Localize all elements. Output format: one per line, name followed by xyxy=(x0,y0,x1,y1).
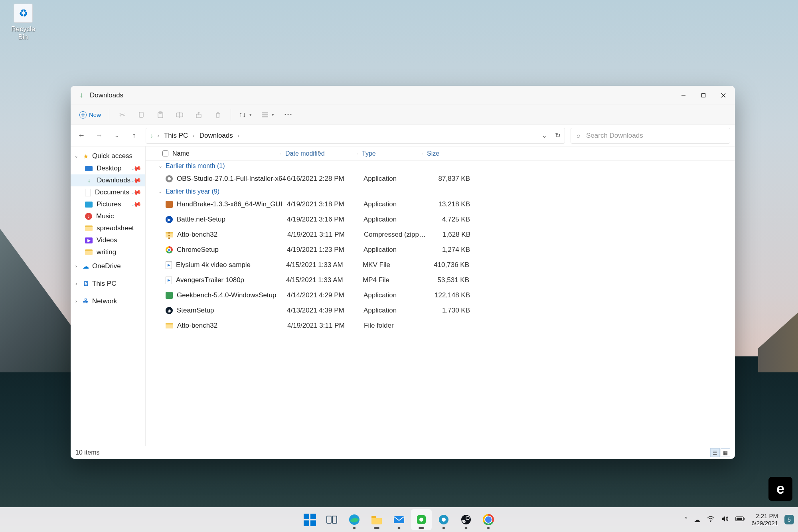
address-bar[interactable]: ↓ › This PC › Downloads › ⌄ ↻ xyxy=(146,128,565,144)
file-date: 4/19/2021 1:23 PM xyxy=(287,246,363,254)
folder-icon xyxy=(371,514,383,525)
edge-button[interactable] xyxy=(344,509,365,530)
column-size[interactable]: Size xyxy=(422,150,469,157)
sidebar-item-pictures[interactable]: Pictures📌 xyxy=(71,198,145,210)
quick-access-header[interactable]: ⌄ ★ Quick access xyxy=(71,150,145,162)
new-button[interactable]: New xyxy=(75,107,105,123)
group-header[interactable]: ⌄Earlier this month (1) xyxy=(146,161,735,171)
downloads-icon: ↓ xyxy=(150,132,154,140)
sidebar-this-pc[interactable]: › 🖥 This PC xyxy=(71,277,145,290)
this-pc-label: This PC xyxy=(92,280,116,288)
delete-button[interactable] xyxy=(209,107,227,123)
file-row[interactable]: OBS-Studio-27.0.1-Full-Installer-x646/16… xyxy=(146,171,735,186)
maximize-button[interactable] xyxy=(693,86,713,105)
forward-button[interactable]: → xyxy=(93,130,105,142)
sidebar-item-videos[interactable]: ▶Videos xyxy=(71,234,145,246)
app-green-button[interactable] xyxy=(411,509,432,530)
breadcrumb-chevron[interactable]: › xyxy=(157,133,160,138)
start-button[interactable] xyxy=(299,509,320,530)
svg-rect-4 xyxy=(139,112,143,117)
file-type-icon xyxy=(166,277,172,284)
cut-button[interactable]: ✂ xyxy=(113,107,131,123)
minimize-button[interactable] xyxy=(674,86,693,105)
group-title: Earlier this month (1) xyxy=(166,162,225,170)
file-row[interactable]: ◉SteamSetup4/13/2021 4:39 PMApplication1… xyxy=(146,303,735,318)
file-row[interactable]: HandBrake-1.3.3-x86_64-Win_GUI4/19/2021 … xyxy=(146,197,735,212)
system-tray: ˄ ☁ 2:21 PM 6/29/2021 5 xyxy=(684,512,794,527)
battery-tray-icon[interactable] xyxy=(735,516,745,523)
sidebar-network[interactable]: › 🖧 Network xyxy=(71,295,145,308)
file-type: Application xyxy=(363,175,429,183)
file-row[interactable]: Atto-bench324/19/2021 3:11 PMCompressed … xyxy=(146,227,735,242)
tools-icon xyxy=(438,514,449,525)
steam-button[interactable] xyxy=(456,509,476,530)
breadcrumb-downloads[interactable]: Downloads xyxy=(197,131,235,140)
thumbnails-view-button[interactable]: ▦ xyxy=(721,448,730,457)
back-button[interactable]: ← xyxy=(75,130,87,142)
search-input[interactable] xyxy=(586,132,724,140)
file-size: 122,148 KB xyxy=(429,291,476,299)
column-name[interactable]: Name xyxy=(158,150,280,157)
file-row[interactable]: Elysium 4k video sample4/15/2021 1:33 AM… xyxy=(146,257,735,273)
sidebar-item-documents[interactable]: Documents📌 xyxy=(71,186,145,198)
more-button[interactable]: ··· xyxy=(280,107,297,123)
sidebar-onedrive[interactable]: › ☁ OneDrive xyxy=(71,260,145,273)
paste-button[interactable] xyxy=(152,107,169,123)
breadcrumb-chevron[interactable]: › xyxy=(237,133,240,138)
sidebar-item-spreadsheet[interactable]: spreadsheet xyxy=(71,222,145,234)
share-button[interactable] xyxy=(190,107,207,123)
close-button[interactable] xyxy=(713,86,733,105)
volume-tray-icon[interactable] xyxy=(721,515,729,524)
file-row[interactable]: Geekbench-5.4.0-WindowsSetup4/14/2021 4:… xyxy=(146,288,735,303)
file-type: Compressed (zipped)… xyxy=(364,231,429,239)
file-row[interactable]: AvengersTrailer 1080p4/15/2021 1:33 AMMP… xyxy=(146,273,735,288)
file-list-pane: Name ⌄ Date modified Type Size ⌄Earlier … xyxy=(146,146,735,446)
file-row[interactable]: Atto-bench324/19/2021 3:11 PMFile folder xyxy=(146,318,735,333)
task-view-button[interactable] xyxy=(322,509,342,530)
pc-icon: 🖥 xyxy=(82,280,90,288)
wifi-tray-icon[interactable] xyxy=(707,516,715,524)
file-date: 6/16/2021 2:28 PM xyxy=(287,175,363,183)
notification-center-button[interactable]: 5 xyxy=(784,515,794,524)
folder-icon xyxy=(85,225,93,231)
select-all-checkbox[interactable] xyxy=(162,150,168,156)
sidebar-item-music[interactable]: ♪Music xyxy=(71,210,145,222)
recycle-bin-label: Recycle Bin xyxy=(7,25,39,41)
tray-overflow-button[interactable]: ˄ xyxy=(684,516,687,524)
address-dropdown-button[interactable]: ⌄ xyxy=(541,131,547,140)
sidebar-item-downloads[interactable]: ↓Downloads📌 xyxy=(71,174,145,186)
chrome-button[interactable] xyxy=(478,509,499,530)
recycle-bin-desktop-icon[interactable]: Recycle Bin xyxy=(7,2,39,41)
file-row[interactable]: ChromeSetup4/19/2021 1:23 PMApplication1… xyxy=(146,242,735,257)
breadcrumb-this-pc[interactable]: This PC xyxy=(162,131,190,140)
file-size: 1,730 KB xyxy=(429,307,476,314)
command-bar: New ✂ ↑↓▾ ▾ ··· xyxy=(71,105,735,125)
file-type-icon xyxy=(166,175,173,182)
sort-button[interactable]: ↑↓▾ xyxy=(235,107,256,123)
app-tools-button[interactable] xyxy=(433,509,454,530)
search-box[interactable]: ⌕ xyxy=(571,128,730,144)
up-button[interactable]: ↑ xyxy=(128,130,140,142)
details-view-button[interactable]: ☰ xyxy=(710,448,720,457)
sidebar-item-writing[interactable]: writing xyxy=(71,246,145,258)
recent-locations-button[interactable]: ⌄ xyxy=(111,130,122,142)
column-type[interactable]: Type xyxy=(357,150,422,157)
breadcrumb-chevron[interactable]: › xyxy=(192,133,195,138)
file-type: MKV File xyxy=(363,261,428,269)
file-explorer-button[interactable] xyxy=(366,509,387,530)
rename-button[interactable] xyxy=(171,107,188,123)
copy-button[interactable] xyxy=(132,107,150,123)
column-date[interactable]: ⌄ Date modified xyxy=(280,150,357,157)
group-header[interactable]: ⌄Earlier this year (9) xyxy=(146,186,735,197)
taskbar-clock[interactable]: 2:21 PM 6/29/2021 xyxy=(751,512,778,527)
file-name: Geekbench-5.4.0-WindowsSetup xyxy=(177,291,287,299)
titlebar[interactable]: ↓ Downloads xyxy=(71,86,735,105)
file-row[interactable]: ▶Battle.net-Setup4/19/2021 3:16 PMApplic… xyxy=(146,212,735,227)
taskbar[interactable]: ˄ ☁ 2:21 PM 6/29/2021 5 xyxy=(0,507,798,532)
file-list[interactable]: ⌄Earlier this month (1)OBS-Studio-27.0.1… xyxy=(146,161,735,446)
view-button[interactable]: ▾ xyxy=(257,107,278,123)
sidebar-item-desktop[interactable]: Desktop📌 xyxy=(71,162,145,174)
mail-button[interactable] xyxy=(389,509,409,530)
onedrive-tray-icon[interactable]: ☁ xyxy=(694,516,700,524)
refresh-button[interactable]: ↻ xyxy=(555,131,561,140)
